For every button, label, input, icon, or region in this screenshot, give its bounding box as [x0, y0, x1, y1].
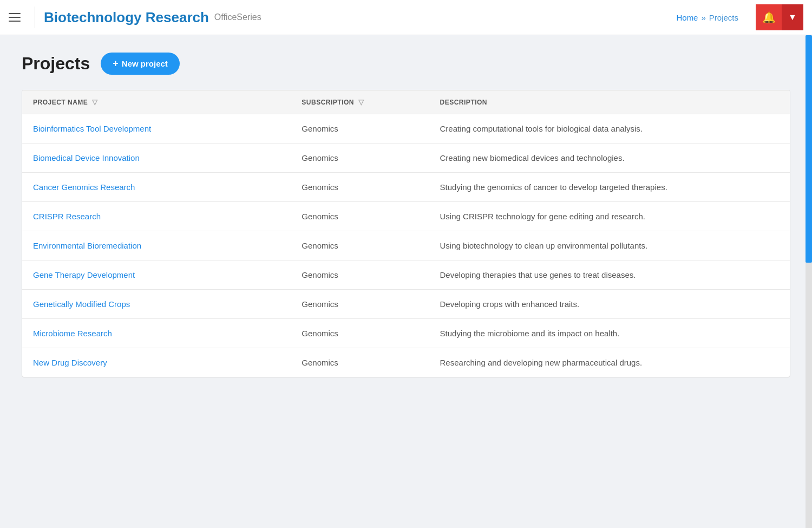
- projects-table: PROJECT NAME ▽ SUBSCRIPTION ▽ DESCRIPTIO…: [22, 90, 790, 377]
- subscription-cell: Genomics: [291, 144, 429, 173]
- nav-home[interactable]: Home: [676, 13, 698, 22]
- col-header-subscription: SUBSCRIPTION ▽: [291, 90, 429, 114]
- plus-icon: +: [113, 58, 119, 69]
- header: Biotechnology Research OfficeSeries Home…: [0, 0, 812, 35]
- header-divider: [35, 6, 35, 28]
- subscription-cell: Genomics: [291, 319, 429, 348]
- table-row: New Drug DiscoveryGenomicsResearching an…: [22, 348, 790, 377]
- project-link[interactable]: New Drug Discovery: [33, 358, 107, 367]
- new-project-label: New project: [122, 59, 168, 68]
- project-link[interactable]: Genetically Modified Crops: [33, 299, 130, 309]
- description-cell: Creating new biomedical devices and tech…: [429, 144, 790, 173]
- table-row: Environmental BioremediationGenomicsUsin…: [22, 231, 790, 260]
- header-actions: 🔔 ▼: [756, 4, 803, 30]
- subscription-cell: Genomics: [291, 114, 429, 144]
- description-cell: Creating computational tools for biologi…: [429, 114, 790, 144]
- main-content: Projects + New project PROJECT NAME ▽: [0, 35, 812, 395]
- projects-table-container: PROJECT NAME ▽ SUBSCRIPTION ▽ DESCRIPTIO…: [22, 90, 790, 377]
- table-row: CRISPR ResearchGenomicsUsing CRISPR tech…: [22, 202, 790, 231]
- description-cell: Studying the microbiome and its impact o…: [429, 319, 790, 348]
- project-link[interactable]: Environmental Bioremediation: [33, 241, 141, 250]
- breadcrumb: Home » Projects: [676, 13, 738, 22]
- description-cell: Researching and developing new pharmaceu…: [429, 348, 790, 377]
- subscription-cell: Genomics: [291, 348, 429, 377]
- col-header-name: PROJECT NAME ▽: [22, 90, 291, 114]
- app-title: Biotechnology Research: [44, 9, 209, 26]
- col-header-description: DESCRIPTION: [429, 90, 790, 114]
- description-cell: Using biotechnology to clean up environm…: [429, 231, 790, 260]
- project-link[interactable]: CRISPR Research: [33, 212, 101, 221]
- subscription-cell: Genomics: [291, 290, 429, 319]
- table-header: PROJECT NAME ▽ SUBSCRIPTION ▽ DESCRIPTIO…: [22, 90, 790, 114]
- table-row: Bioinformatics Tool DevelopmentGenomicsC…: [22, 114, 790, 144]
- table-row: Biomedical Device InnovationGenomicsCrea…: [22, 144, 790, 173]
- subscription-cell: Genomics: [291, 173, 429, 202]
- menu-icon[interactable]: [9, 9, 26, 26]
- filter-icon-name[interactable]: ▽: [92, 98, 98, 106]
- project-link[interactable]: Cancer Genomics Research: [33, 182, 135, 192]
- dropdown-button[interactable]: ▼: [782, 4, 803, 30]
- bell-icon: 🔔: [762, 11, 776, 24]
- page-title: Projects: [22, 54, 90, 74]
- new-project-button[interactable]: + New project: [101, 53, 180, 75]
- app-subtitle: OfficeSeries: [214, 12, 261, 22]
- subscription-cell: Genomics: [291, 202, 429, 231]
- bell-button[interactable]: 🔔: [756, 4, 782, 30]
- table-row: Microbiome ResearchGenomicsStudying the …: [22, 319, 790, 348]
- description-cell: Developing crops with enhanced traits.: [429, 290, 790, 319]
- scrollbar-thumb[interactable]: [806, 35, 812, 263]
- subscription-cell: Genomics: [291, 260, 429, 290]
- project-link[interactable]: Biomedical Device Innovation: [33, 153, 140, 162]
- project-link[interactable]: Bioinformatics Tool Development: [33, 124, 151, 133]
- scrollbar-track: [806, 35, 812, 528]
- page-header: Projects + New project: [22, 53, 790, 75]
- table-row: Gene Therapy DevelopmentGenomicsDevelopi…: [22, 260, 790, 290]
- project-link[interactable]: Gene Therapy Development: [33, 270, 135, 279]
- description-cell: Developing therapies that use genes to t…: [429, 260, 790, 290]
- subscription-cell: Genomics: [291, 231, 429, 260]
- nav-projects: Projects: [709, 13, 738, 22]
- project-link[interactable]: Microbiome Research: [33, 329, 112, 338]
- description-cell: Studying the genomics of cancer to devel…: [429, 173, 790, 202]
- description-cell: Using CRISPR technology for gene editing…: [429, 202, 790, 231]
- breadcrumb-sep: »: [701, 13, 705, 22]
- table-row: Genetically Modified CropsGenomicsDevelo…: [22, 290, 790, 319]
- table-row: Cancer Genomics ResearchGenomicsStudying…: [22, 173, 790, 202]
- filter-icon-subscription[interactable]: ▽: [358, 98, 364, 106]
- table-body: Bioinformatics Tool DevelopmentGenomicsC…: [22, 114, 790, 377]
- chevron-down-icon: ▼: [788, 12, 797, 22]
